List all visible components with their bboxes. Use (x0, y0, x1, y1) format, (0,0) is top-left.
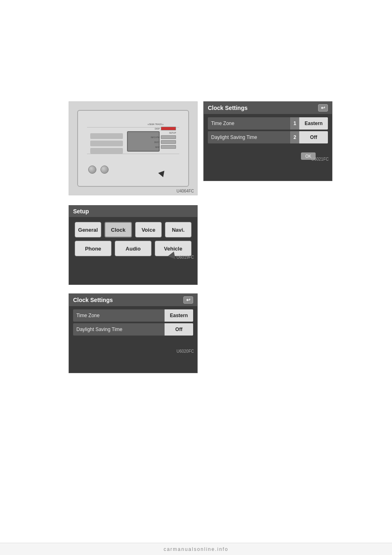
map-button[interactable] (161, 145, 176, 149)
bottom-bar: carmanualsonline.info (0, 543, 392, 555)
setup-panel: Setup General Clock Voice Navi. Phone Au… (69, 205, 198, 285)
clock-dst-value-right[interactable]: Off (299, 131, 328, 143)
clock-timezone-label-right: Time Zone (208, 121, 290, 126)
car-outline: ∨SEEK·TRACK∧ DISP SETUP INFO-PW DEST MAP (77, 110, 189, 187)
arrow-indicator-icon (158, 168, 167, 177)
clock-timezone-value-right[interactable]: Eastern (299, 117, 328, 130)
seek-track-label: ∨SEEK·TRACK∧ (147, 123, 160, 125)
clock-dst-value-left[interactable]: Off (165, 323, 193, 336)
setup-title: Setup (73, 208, 89, 215)
setup-btn-audio[interactable]: Audio (115, 241, 151, 256)
clock-back-button-left[interactable]: ↩ (183, 296, 193, 304)
car-diagram: ∨SEEK·TRACK∧ DISP SETUP INFO-PW DEST MAP (69, 102, 197, 195)
clock-title-right: Clock Settings (208, 105, 247, 111)
disp-label: DISP (147, 128, 160, 130)
clock-settings-panel-right: Clock Settings ↩ Time Zone 1 Eastern Day… (203, 101, 332, 181)
setup-image-label: U6019FC (176, 255, 194, 260)
info-pw-row: INFO-PW (147, 135, 176, 139)
disp-setup-row: DISP (147, 127, 176, 130)
info-pw-label: INFO-PW (147, 136, 160, 139)
watermark-text: carmanualsonline.info (164, 546, 229, 552)
clock-dst-label-left: Daylight Saving Time (73, 327, 165, 332)
clock-row-timezone-right: Time Zone 1 Eastern (208, 117, 328, 130)
clock-title-left: Clock Settings (73, 297, 113, 303)
clock-back-arrow-icon-right: ↩ (321, 105, 325, 111)
dest-button[interactable] (161, 140, 176, 144)
car-slot-1 (90, 133, 123, 139)
clock-back-button-right[interactable]: ↩ (318, 104, 328, 112)
setup-text-label: SETUP (169, 132, 176, 134)
map-row: MAP (147, 145, 176, 149)
setup-btn-voice[interactable]: Voice (135, 222, 162, 237)
car-slot-2 (90, 141, 123, 146)
setup-row-1: General Clock Voice Navi. (75, 222, 192, 237)
clock-dst-num-right: 2 (290, 131, 299, 143)
knob-left[interactable] (88, 166, 96, 174)
clock-footer-left: U6020FC (69, 339, 197, 355)
car-slot-3 (90, 148, 123, 154)
seek-track-row: ∨SEEK·TRACK∧ (147, 123, 176, 125)
car-right-cluster: ∨SEEK·TRACK∧ DISP SETUP INFO-PW DEST MAP (147, 123, 176, 149)
setup-button[interactable] (161, 127, 176, 130)
clock-dst-label-right: Daylight Saving Time (208, 134, 290, 140)
setup-header: Setup (69, 206, 197, 217)
knobs-container (88, 166, 109, 174)
clock-timezone-label-left: Time Zone (73, 313, 165, 318)
dest-label: DEST (147, 141, 160, 143)
clock-right-image-label: U6021FC (311, 157, 329, 161)
clock-back-arrow-icon: ↩ (186, 297, 190, 303)
car-dashboard-panel: ∨SEEK·TRACK∧ DISP SETUP INFO-PW DEST MAP (69, 101, 198, 195)
clock-footer-right: OK U6021FC (204, 147, 332, 163)
clock-settings-panel-left: Clock Settings ↩ Time Zone Eastern Dayli… (69, 293, 198, 373)
clock-row-timezone-left: Time Zone Eastern (73, 309, 193, 322)
map-label: MAP (147, 146, 160, 148)
arrow-indicator-container (159, 170, 166, 176)
clock-header-left: Clock Settings ↩ (69, 294, 197, 306)
clock-left-image-label: U6020FC (176, 349, 194, 354)
info-pw-button[interactable] (161, 135, 176, 139)
setup-btn-general[interactable]: General (75, 222, 101, 237)
setup-body: General Clock Voice Navi. Phone Audio Ve… (69, 217, 197, 261)
car-divider-2 (87, 154, 179, 154)
setup-btn-phone[interactable]: Phone (75, 241, 111, 256)
clock-row-dst-right: Daylight Saving Time 2 Off (208, 131, 328, 143)
panel-car-image-label: U4064FC (176, 189, 194, 193)
dest-row: DEST (147, 140, 176, 144)
clock-body-left: Time Zone Eastern Daylight Saving Time O… (69, 306, 197, 339)
setup-btn-clock[interactable]: Clock (105, 222, 132, 237)
clock-timezone-num-right: 1 (290, 117, 299, 130)
clock-timezone-value-left[interactable]: Eastern (165, 309, 193, 322)
setup-btn-navi[interactable]: Navi. (165, 222, 192, 237)
knob-right[interactable] (100, 166, 109, 174)
clock-header-right: Clock Settings ↩ (204, 102, 332, 114)
clock-row-dst-left: Daylight Saving Time Off (73, 323, 193, 336)
clock-body-right: Time Zone 1 Eastern Daylight Saving Time… (204, 114, 332, 147)
